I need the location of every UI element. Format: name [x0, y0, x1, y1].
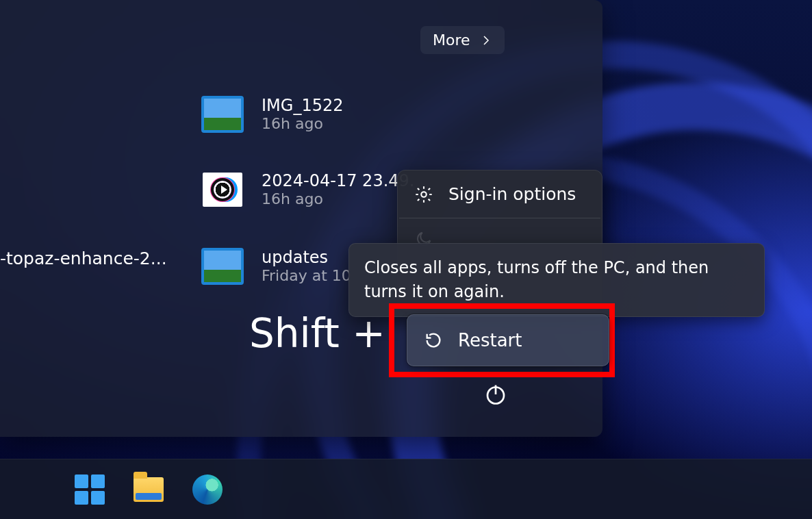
- power-icon[interactable]: [483, 382, 508, 407]
- recommended-item[interactable]: 2024-04-17 23.49. 16h ago: [203, 171, 414, 207]
- recommended-subtitle: 16h ago: [262, 190, 414, 207]
- recommended-subtitle: 16h ago: [262, 115, 343, 132]
- recommended-title: IMG_1522: [262, 96, 343, 115]
- tooltip-text: Closes all apps, turns off the PC, and t…: [364, 258, 709, 301]
- photo-thumbnail-icon: [203, 97, 242, 131]
- signin-options-label: Sign-in options: [448, 184, 576, 204]
- recommended-title: updates: [262, 248, 351, 267]
- edge-browser-button[interactable]: [192, 474, 223, 505]
- more-label: More: [433, 31, 470, 49]
- restart-icon: [424, 331, 443, 350]
- taskbar: [0, 459, 812, 519]
- signin-options-item[interactable]: Sign-in options: [398, 170, 602, 218]
- photo-thumbnail-icon: [203, 249, 242, 283]
- restart-label: Restart: [458, 330, 522, 351]
- start-button[interactable]: [74, 474, 105, 505]
- restart-annotation-box: Restart: [389, 303, 615, 377]
- recommended-subtitle: Friday at 10: [262, 267, 351, 284]
- recommended-title: 2024-04-17 23.49.: [262, 171, 414, 190]
- windows-logo-icon: [75, 474, 105, 505]
- file-explorer-button[interactable]: [133, 474, 164, 505]
- svg-point-2: [421, 192, 426, 197]
- recommended-title-truncated[interactable]: -topaz-enhance-2...: [0, 249, 167, 268]
- gear-icon: [414, 185, 433, 204]
- video-thumbnail-icon: [203, 173, 242, 207]
- folder-icon: [134, 477, 164, 502]
- shift-plus-overlay-text: Shift +: [249, 310, 385, 357]
- recommended-item[interactable]: updates Friday at 10: [203, 248, 351, 284]
- more-button[interactable]: More: [420, 26, 505, 54]
- chevron-right-icon: [480, 34, 492, 47]
- restart-item[interactable]: Restart: [407, 314, 609, 366]
- recommended-item[interactable]: IMG_1522 16h ago: [203, 96, 343, 132]
- edge-icon: [192, 474, 223, 505]
